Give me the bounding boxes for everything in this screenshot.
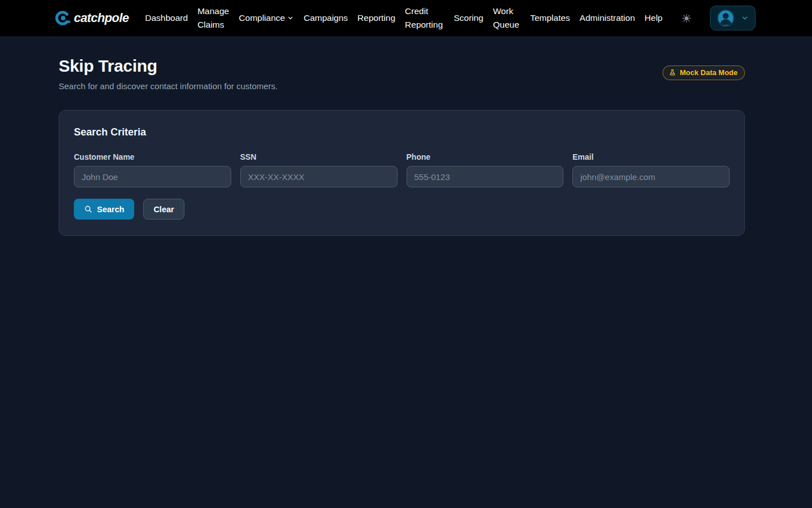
brand-name: catchpole <box>74 11 129 25</box>
page-header: Skip Tracing Search for and discover con… <box>59 56 745 91</box>
nav-item-manage-claims[interactable]: Manage Claims <box>197 5 229 32</box>
nav-item-compliance-label: Compliance <box>239 11 285 25</box>
nav-item-scoring[interactable]: Scoring <box>454 11 484 25</box>
brand-logo[interactable]: catchpole <box>54 10 129 27</box>
phone-input[interactable] <box>407 166 564 187</box>
user-menu-button[interactable] <box>710 6 756 30</box>
page-heading-group: Skip Tracing Search for and discover con… <box>59 56 278 91</box>
nav-item-dashboard[interactable]: Dashboard <box>145 11 188 25</box>
user-avatar-icon <box>716 8 735 28</box>
main-content: Skip Tracing Search for and discover con… <box>0 36 812 236</box>
chevron-down-icon <box>287 15 294 21</box>
nav-item-templates[interactable]: Templates <box>530 11 570 25</box>
search-criteria-title: Search Criteria <box>74 126 730 138</box>
clear-button-label: Clear <box>153 205 174 214</box>
search-field-grid: Customer Name SSN Phone Email <box>74 152 730 187</box>
search-criteria-card: Search Criteria Customer Name SSN Phone … <box>59 110 745 236</box>
email-input[interactable] <box>572 166 730 187</box>
ssn-input[interactable] <box>240 166 398 187</box>
ssn-field-group: SSN <box>240 152 398 187</box>
nav-item-credit-reporting[interactable]: Credit Reporting <box>405 5 444 32</box>
nav-item-campaigns[interactable]: Campaigns <box>303 11 347 25</box>
theme-toggle-button[interactable] <box>682 14 691 23</box>
search-button[interactable]: Search <box>74 199 134 220</box>
page-title: Skip Tracing <box>59 56 278 76</box>
mock-data-mode-badge: Mock Data Mode <box>663 65 745 80</box>
search-button-label: Search <box>97 205 124 214</box>
email-label: Email <box>572 152 730 161</box>
ssn-label: SSN <box>240 152 398 161</box>
nav-item-help[interactable]: Help <box>645 11 663 25</box>
customer-name-label: Customer Name <box>74 152 231 161</box>
top-navigation: catchpole Dashboard Manage Claims Compli… <box>0 0 812 36</box>
nav-item-compliance[interactable]: Compliance <box>239 11 294 25</box>
search-icon <box>84 205 92 213</box>
phone-label: Phone <box>407 152 564 161</box>
catchpole-logo-icon <box>54 10 71 27</box>
customer-name-field-group: Customer Name <box>74 152 231 187</box>
email-field-group: Email <box>572 152 730 187</box>
nav-item-reporting[interactable]: Reporting <box>358 11 395 25</box>
page-subtitle: Search for and discover contact informat… <box>59 81 278 91</box>
mock-data-mode-label: Mock Data Mode <box>679 68 738 77</box>
customer-name-input[interactable] <box>74 166 231 187</box>
user-menu-chevron-icon <box>741 14 749 22</box>
sun-icon <box>682 14 691 23</box>
flask-icon <box>669 69 676 76</box>
nav-item-work-queue[interactable]: Work Queue <box>493 5 520 32</box>
phone-field-group: Phone <box>407 152 564 187</box>
clear-button[interactable]: Clear <box>143 199 184 220</box>
nav-item-administration[interactable]: Administration <box>580 11 635 25</box>
search-buttons-row: Search Clear <box>74 199 730 220</box>
